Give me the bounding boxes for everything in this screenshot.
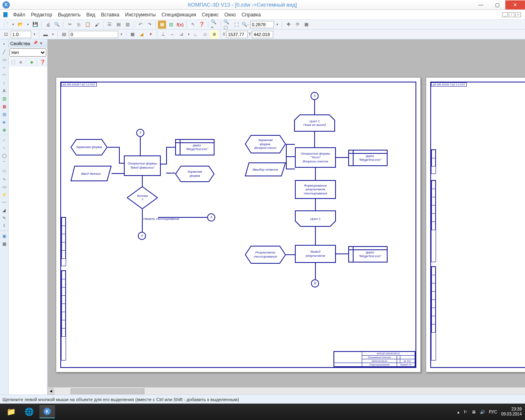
dim3-dropdown[interactable]: ▾ <box>186 32 191 36</box>
dim-button[interactable]: ⊥ <box>159 30 167 39</box>
scale-input[interactable] <box>11 31 31 38</box>
tray-clock[interactable]: 23:39 09.03.2014 <box>501 407 522 417</box>
tool-point[interactable]: • <box>0 40 8 48</box>
tool-fill[interactable]: ◢ <box>0 206 8 214</box>
menu-tools[interactable]: Инструменты <box>123 11 158 18</box>
tool-table[interactable]: ▦ <box>0 103 8 110</box>
rotate-button[interactable]: ⟳ <box>293 21 301 29</box>
dim2-button[interactable]: ↔ <box>168 30 176 39</box>
properties-select[interactable]: Нет <box>9 48 46 57</box>
tray-lang[interactable]: РУС <box>489 410 497 414</box>
panel-close-button[interactable]: × <box>40 41 46 46</box>
style-dropdown[interactable]: ▾ <box>119 32 124 36</box>
snap2-button[interactable]: ✦ <box>146 30 155 39</box>
menu-insert[interactable]: Вставка <box>98 11 122 18</box>
zoom-out-button[interactable]: 🔍- <box>241 21 249 29</box>
open-button[interactable]: 📂 <box>16 21 25 29</box>
tray-volume-icon[interactable]: 🔊 <box>480 410 485 414</box>
zoom-fit-button[interactable]: ⛶ <box>232 21 240 29</box>
menu-window[interactable]: Окно <box>222 11 238 18</box>
menu-help[interactable]: Справка <box>239 11 263 18</box>
tool-line[interactable]: ╱ <box>0 48 8 55</box>
tool-arc[interactable]: ◠ <box>0 71 8 79</box>
snap-button[interactable]: ⊡ <box>2 30 10 39</box>
canvas-area[interactable]: ДЭ 900 101/00 Г.ЦС 1.2.XXX 3 Экранная фо… <box>48 39 525 395</box>
tool-hatch[interactable]: ▨ <box>0 95 8 102</box>
tool-symbol[interactable]: ◈ <box>0 118 8 126</box>
tray-arrow-icon[interactable]: ▴ <box>457 410 459 414</box>
layers-button[interactable]: ▤ <box>114 21 123 29</box>
scale-dropdown[interactable]: ▾ <box>32 32 37 36</box>
props-sort-button[interactable]: ⬚ <box>10 59 16 65</box>
mdi-minimize-button[interactable]: _ <box>502 12 508 17</box>
mdi-close-button[interactable]: × <box>515 12 521 17</box>
new-button[interactable]: 📄 <box>2 21 10 29</box>
tool-seg[interactable]: ⟋ <box>0 136 8 144</box>
fx-button[interactable]: f(x) <box>176 21 184 29</box>
props-highlight-button[interactable]: ◈ <box>28 59 35 65</box>
tool-rect2[interactable]: ▭ <box>0 183 8 190</box>
app-menu-icon[interactable]: 📘 <box>2 11 9 18</box>
menu-file[interactable]: Файл <box>11 11 28 18</box>
zoom-input[interactable] <box>250 21 274 28</box>
linecolor-button[interactable]: ▬ <box>41 30 50 39</box>
tree-button[interactable]: ▥ <box>123 21 132 29</box>
zoom-in-button[interactable]: 🔍+ <box>210 21 219 29</box>
views-button[interactable]: ▦ <box>302 21 310 29</box>
endpoint-button[interactable]: ∟ <box>192 30 200 39</box>
mid-button[interactable]: ◇ <box>201 30 209 39</box>
tool-equidist[interactable]: ⦀ <box>0 222 8 229</box>
paste-button[interactable]: 📋 <box>84 21 92 29</box>
spec-button[interactable]: ▦ <box>158 21 166 29</box>
dim3-button[interactable]: ⊿ <box>177 30 185 39</box>
tool-draw[interactable]: ✎ <box>0 214 8 221</box>
format-painter-button[interactable]: 🖌 <box>93 21 101 29</box>
tool-lib[interactable]: ▣ <box>0 232 8 240</box>
menu-view[interactable]: Вид <box>84 11 98 18</box>
tool-auxline[interactable]: ⟍ <box>0 144 8 151</box>
cut-button[interactable]: ✂ <box>66 21 74 29</box>
scroll-left-button[interactable]: ◀ <box>48 388 54 395</box>
menu-select[interactable]: Выделить <box>55 11 83 18</box>
tool-spline[interactable]: ∿ <box>0 175 8 183</box>
tray-monitor-icon[interactable]: 🖥 <box>472 410 476 414</box>
tool-spline2[interactable]: 〰 <box>0 199 8 206</box>
zoom-dropdown[interactable]: ▾ <box>275 23 280 26</box>
ortho-button[interactable]: ◢ <box>137 30 146 39</box>
layer-button[interactable]: ▤ <box>60 30 68 39</box>
taskbar-chrome-icon[interactable]: 🌐 <box>21 405 37 418</box>
redo-button[interactable]: ↷ <box>145 21 153 29</box>
close-button[interactable]: ✕ <box>505 0 525 9</box>
tool-arc2[interactable]: ⌒ <box>0 160 8 167</box>
props-button[interactable]: ☰ <box>105 21 114 29</box>
save-button[interactable]: 💾 <box>31 21 39 29</box>
tool-trim[interactable]: ⚡ <box>0 191 8 198</box>
scroll-thumb-h[interactable] <box>71 388 144 394</box>
tool-lib2[interactable]: ▩ <box>0 240 8 247</box>
print-button[interactable]: 🖨 <box>44 21 52 29</box>
tool-rect[interactable]: ▭ <box>0 56 8 63</box>
panel-pin-button[interactable]: 📌 <box>33 41 39 46</box>
tool-layers[interactable]: ◉ <box>0 126 8 133</box>
menu-service[interactable]: Сервис <box>199 11 221 18</box>
select-arrow-button[interactable]: ↖ <box>189 21 197 29</box>
center-button[interactable]: ⊕ <box>210 30 218 39</box>
x-coord-input[interactable] <box>226 31 248 38</box>
y-coord-input[interactable] <box>252 31 273 38</box>
preview-button[interactable]: 🔍 <box>53 21 61 29</box>
tool-dim[interactable]: ↕ <box>0 79 8 87</box>
tool-circle[interactable]: ○ <box>0 64 8 71</box>
props-help-button[interactable]: ❓ <box>39 59 46 65</box>
minimize-button[interactable]: — <box>472 0 489 9</box>
open-dropdown[interactable]: ▾ <box>25 23 30 26</box>
tool-spec[interactable]: ▤ <box>0 110 8 118</box>
tool-circle2[interactable]: ◯ <box>0 152 8 159</box>
undo-button[interactable]: ↶ <box>136 21 144 29</box>
pan-button[interactable]: ✥ <box>284 21 292 29</box>
mdi-restore-button[interactable]: ▫ <box>509 12 514 17</box>
taskbar-kompas-icon[interactable]: K <box>39 405 55 418</box>
tool-ellipse[interactable]: ⬭ <box>0 167 8 175</box>
zoom-window-button[interactable]: 🔍▢ <box>223 21 231 29</box>
linecolor-dropdown[interactable]: ▾ <box>50 32 55 36</box>
tool-text[interactable]: A <box>0 87 8 94</box>
